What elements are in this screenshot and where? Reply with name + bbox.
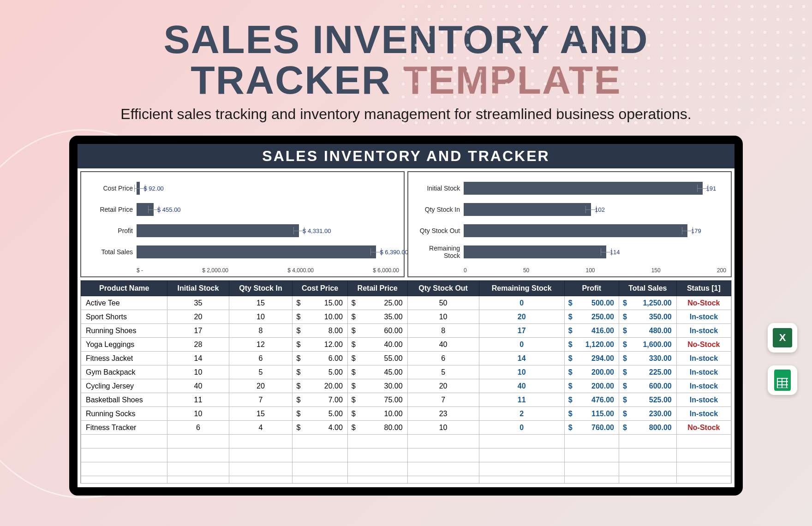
cell: 14	[167, 352, 229, 365]
cell: $115.00	[564, 407, 619, 421]
cell-empty	[167, 435, 229, 448]
chart-bar-track: $ 455.00	[137, 203, 399, 216]
cell-empty	[167, 462, 229, 476]
chart-bar-row: Remaining Stock114	[413, 242, 726, 262]
cell: $500.00	[564, 296, 619, 310]
inventory-table: Product NameInitial StockQty Stock InCos…	[81, 281, 731, 484]
cell: In-stock	[676, 393, 731, 407]
cell: 4	[229, 421, 293, 435]
col-header: Retail Price	[347, 281, 407, 296]
axis-tick: 150	[651, 267, 661, 274]
cell: 23	[407, 407, 479, 421]
cell: 10	[479, 365, 564, 379]
chart-bar-value: 114	[610, 249, 620, 256]
chart-bar: $ 92.00	[137, 182, 140, 195]
table-row: Basketball Shoes117$7.00$75.00711$476.00…	[81, 393, 731, 407]
excel-icon[interactable]	[768, 323, 797, 353]
cell: No-Stock	[676, 296, 731, 310]
cell: $55.00	[347, 352, 407, 365]
chart-bar-track: $ 92.00	[137, 182, 399, 195]
table-row: Running Socks1015$5.00$10.00232$115.00$2…	[81, 407, 731, 421]
chart-bar: $ 6,390.00	[137, 245, 376, 258]
title-line-1: SALES INVENTORY AND	[0, 19, 812, 60]
cell-empty	[619, 448, 676, 462]
cell: 28	[167, 338, 229, 352]
cell: $1,120.00	[564, 338, 619, 352]
cell: In-stock	[676, 379, 731, 393]
cell: 15	[229, 296, 293, 310]
chart-bar-track: 114	[464, 245, 726, 258]
cell: 12	[229, 338, 293, 352]
cell-empty	[564, 462, 619, 476]
chart-bar-value: $ 455.00	[157, 206, 181, 213]
cell: 6	[407, 352, 479, 365]
cell-empty	[81, 448, 167, 462]
cell-empty	[479, 462, 564, 476]
axis-tick: $ 6,000.00	[373, 267, 399, 274]
chart-bar-track: 102	[464, 203, 726, 216]
cell: $1,250.00	[619, 296, 676, 310]
cell: 2	[479, 407, 564, 421]
cell-empty	[347, 462, 407, 476]
table-row-empty	[81, 462, 731, 476]
chart-bar-track: 179	[464, 224, 726, 237]
cell: 5	[229, 365, 293, 379]
google-sheets-icon[interactable]	[768, 365, 797, 395]
cell-empty	[167, 476, 229, 484]
cell-empty	[293, 448, 347, 462]
cell-empty	[347, 448, 407, 462]
cell: In-stock	[676, 324, 731, 338]
cell: Active Tee	[81, 296, 167, 310]
col-header: Total Sales	[619, 281, 676, 296]
cell-empty	[407, 448, 479, 462]
cell: $15.00	[293, 296, 347, 310]
cell: $75.00	[347, 393, 407, 407]
monitor-frame: SALES INVENTORY AND TRACKER Cost Price$ …	[69, 136, 743, 496]
cell: 14	[479, 352, 564, 365]
col-header: Product Name	[81, 281, 167, 296]
cell: $40.00	[347, 338, 407, 352]
cell: $200.00	[564, 379, 619, 393]
table-row: Fitness Jacket146$6.00$55.00614$294.00$3…	[81, 352, 731, 365]
table-row: Fitness Tracker64$4.00$80.00100$760.00$8…	[81, 421, 731, 435]
cell: 20	[229, 379, 293, 393]
cell: In-stock	[676, 407, 731, 421]
cell-empty	[676, 435, 731, 448]
table-row: Sport Shorts2010$10.00$35.001020$250.00$…	[81, 310, 731, 324]
chart-bar-label: Remaining Stock	[413, 245, 464, 259]
chart-bar-label: Qty Stock In	[413, 206, 464, 213]
cell: 10	[407, 421, 479, 435]
chart-bar-value: 191	[706, 185, 716, 192]
cell: 10	[407, 310, 479, 324]
table-row: Active Tee3515$15.00$25.00500$500.00$1,2…	[81, 296, 731, 310]
table-header-row: Product NameInitial StockQty Stock InCos…	[81, 281, 731, 296]
table-wrap: Product NameInitial StockQty Stock InCos…	[80, 280, 732, 484]
table-row: Yoga Leggings2812$12.00$40.00400$1,120.0…	[81, 338, 731, 352]
cell: 8	[407, 324, 479, 338]
cell: Fitness Tracker	[81, 421, 167, 435]
cell: $476.00	[564, 393, 619, 407]
qty-chart: Initial Stock191Qty Stock In102Qty Stock…	[407, 171, 732, 277]
cell: $350.00	[619, 310, 676, 324]
chart-bar-value: $ 4,331.00	[303, 227, 331, 234]
cell: 20	[479, 310, 564, 324]
cell: $7.00	[293, 393, 347, 407]
screen: SALES INVENTORY AND TRACKER Cost Price$ …	[78, 144, 734, 487]
cell: 11	[479, 393, 564, 407]
col-header: Initial Stock	[167, 281, 229, 296]
cell: 7	[407, 393, 479, 407]
cell: $250.00	[564, 310, 619, 324]
axis-tick: 200	[717, 267, 726, 274]
cell-empty	[167, 448, 229, 462]
cell: Running Shoes	[81, 324, 167, 338]
cell: 40	[407, 338, 479, 352]
cell: 7	[229, 393, 293, 407]
cell: 6	[167, 421, 229, 435]
cell: $225.00	[619, 365, 676, 379]
cell-empty	[479, 476, 564, 484]
cell-empty	[81, 435, 167, 448]
cell: 11	[167, 393, 229, 407]
table-row: Cycling Jersey4020$20.00$30.002040$200.0…	[81, 379, 731, 393]
cell: $30.00	[347, 379, 407, 393]
table-body: Active Tee3515$15.00$25.00500$500.00$1,2…	[81, 296, 731, 484]
